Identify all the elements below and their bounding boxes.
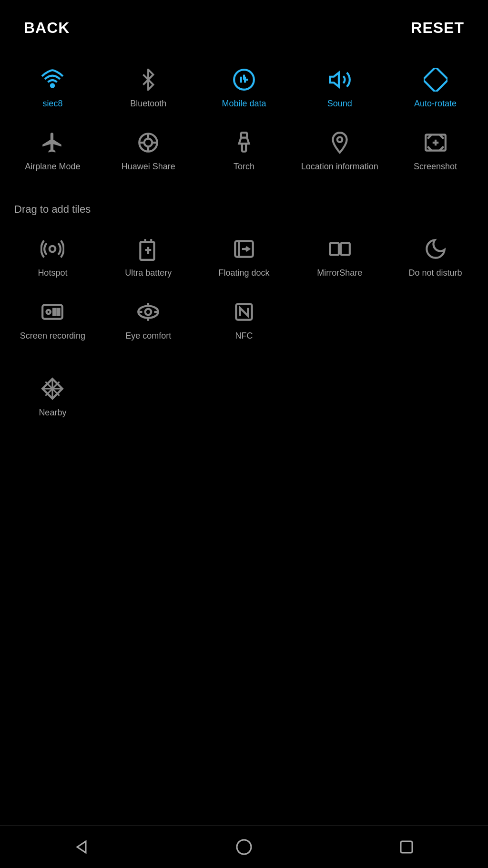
tile-floating-dock-label: Floating dock [218,268,269,279]
svg-marker-52 [77,841,86,853]
floating-dock-icon [230,235,258,263]
tile-torch-label: Torch [234,162,254,172]
location-icon [325,128,354,157]
tile-nfc[interactable]: NFC [196,288,292,351]
tile-floating-dock[interactable]: Floating dock [196,225,292,288]
svg-point-37 [47,310,51,314]
tile-bluetooth[interactable]: Bluetooth [101,56,196,119]
tile-nfc-label: NFC [235,331,253,341]
tile-airplane-label: Airplane Mode [25,162,80,172]
tile-screen-recording-label: Screen recording [20,331,85,341]
svg-rect-54 [401,841,412,853]
ultra-battery-icon [134,235,163,263]
tile-wifi-label: siec8 [42,99,62,109]
tile-hotspot-label: Hotspot [38,268,67,279]
tile-mirrorshare-label: MirrorShare [317,268,362,279]
tile-sound[interactable]: Sound [292,56,387,119]
mobile-data-icon [230,65,258,94]
tile-torch[interactable]: Torch [196,119,292,182]
screenshot-icon [421,128,450,157]
svg-rect-38 [53,309,55,315]
nfc-icon [230,298,258,326]
torch-icon [230,128,258,157]
tile-screen-recording[interactable]: Screen recording [5,288,101,351]
tile-auto-rotate[interactable]: Auto-rotate [387,56,483,119]
tile-nearby-label: Nearby [39,408,66,418]
do-not-disturb-icon [421,235,450,263]
svg-rect-15 [242,144,246,152]
svg-rect-34 [341,243,350,255]
eye-comfort-icon [134,298,163,326]
tile-mobile-data-label: Mobile data [222,99,266,109]
back-nav-button[interactable] [62,828,101,866]
home-nav-button[interactable] [225,828,263,866]
tile-eye-comfort[interactable]: Eye comfort [101,288,196,351]
wifi-icon [38,65,67,94]
tile-ultra-battery[interactable]: Ultra battery [101,225,196,288]
sound-icon [325,65,354,94]
tile-auto-rotate-label: Auto-rotate [414,99,457,109]
tile-bluetooth-label: Bluetooth [130,99,166,109]
tile-wifi[interactable]: siec8 [5,56,101,119]
svg-marker-6 [330,72,339,86]
header: BACK RESET [0,0,488,51]
recents-nav-button[interactable] [387,828,426,866]
huawei-share-icon [134,128,163,157]
bottom-nav [0,825,488,868]
tile-location-label: Location information [301,162,378,172]
tile-mobile-data[interactable]: Mobile data [196,56,292,119]
tile-do-not-disturb[interactable]: Do not disturb [387,225,483,288]
airplane-icon [38,128,67,157]
reset-button[interactable]: RESET [411,19,464,37]
svg-point-16 [337,137,342,142]
svg-point-24 [50,246,56,252]
bluetooth-icon [134,65,163,94]
active-tiles-grid: siec8 Bluetooth Mobile data [0,51,488,191]
tile-screenshot[interactable]: Screenshot [387,119,483,182]
tile-mirrorshare[interactable]: MirrorShare [292,225,387,288]
tile-ultra-battery-label: Ultra battery [125,268,172,279]
tile-eye-comfort-label: Eye comfort [125,331,171,341]
svg-rect-7 [424,68,447,92]
back-button[interactable]: BACK [24,19,70,37]
mirrorshare-icon [325,235,354,263]
extra-tiles-grid: Hotspot Ultra battery Floating dock [0,220,488,360]
screen-recording-icon [38,298,67,326]
tile-nearby[interactable]: Nearby [5,365,101,428]
tile-hotspot[interactable]: Hotspot [5,225,101,288]
svg-point-41 [145,309,152,315]
svg-point-0 [51,84,54,87]
svg-point-9 [144,138,152,146]
tile-location[interactable]: Location information [292,119,387,182]
nearby-icon [38,374,67,403]
tile-do-not-disturb-label: Do not disturb [409,268,462,279]
tile-airplane[interactable]: Airplane Mode [5,119,101,182]
nearby-row: Nearby [0,360,488,437]
hotspot-icon [38,235,67,263]
svg-rect-33 [330,243,339,255]
tile-sound-label: Sound [327,99,352,109]
svg-rect-39 [58,309,60,315]
tile-huawei-share[interactable]: Huawei Share [101,119,196,182]
auto-rotate-icon [421,65,450,94]
svg-point-53 [237,840,251,854]
tile-screenshot-label: Screenshot [414,162,457,172]
svg-rect-14 [241,133,247,137]
tile-huawei-share-label: Huawei Share [122,162,175,172]
drag-label: Drag to add tiles [0,191,488,220]
